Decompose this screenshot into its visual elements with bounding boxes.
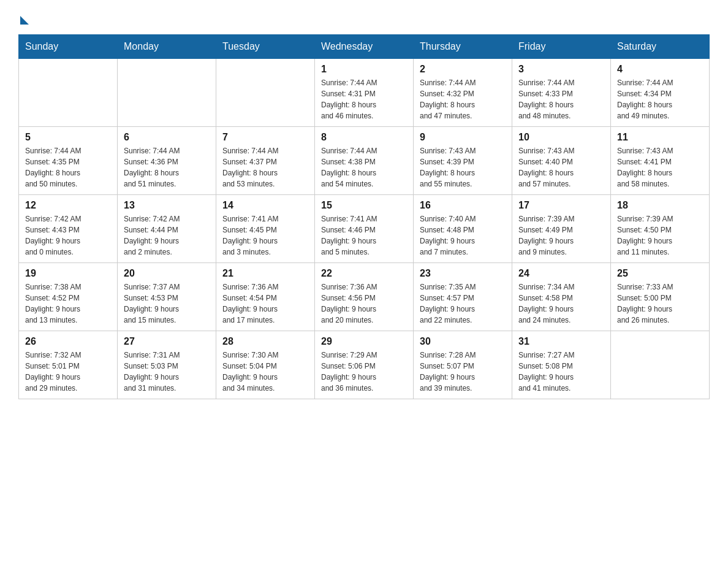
calendar-cell: 13Sunrise: 7:42 AMSunset: 4:44 PMDayligh… (118, 195, 216, 263)
logo-arrow-icon (20, 16, 29, 25)
day-info: Sunrise: 7:28 AMSunset: 5:07 PMDaylight:… (420, 350, 506, 394)
logo (18, 12, 29, 22)
day-number: 16 (420, 200, 506, 211)
day-number: 10 (518, 132, 604, 143)
calendar-cell: 30Sunrise: 7:28 AMSunset: 5:07 PMDayligh… (414, 331, 512, 399)
column-header-tuesday: Tuesday (216, 35, 315, 59)
calendar-cell: 4Sunrise: 7:44 AMSunset: 4:34 PMDaylight… (611, 59, 710, 127)
day-number: 14 (222, 200, 308, 211)
day-number: 13 (124, 200, 210, 211)
day-info: Sunrise: 7:39 AMSunset: 4:49 PMDaylight:… (518, 213, 604, 258)
column-header-monday: Monday (118, 35, 216, 59)
day-number: 30 (420, 336, 506, 347)
column-header-friday: Friday (512, 35, 611, 59)
calendar-cell: 5Sunrise: 7:44 AMSunset: 4:35 PMDaylight… (19, 127, 118, 195)
page-header (18, 12, 710, 22)
calendar-cell: 23Sunrise: 7:35 AMSunset: 4:57 PMDayligh… (414, 263, 512, 331)
calendar-cell: 15Sunrise: 7:41 AMSunset: 4:46 PMDayligh… (315, 195, 414, 263)
calendar-table: SundayMondayTuesdayWednesdayThursdayFrid… (18, 34, 710, 399)
calendar-cell: 16Sunrise: 7:40 AMSunset: 4:48 PMDayligh… (414, 195, 512, 263)
calendar-week-1: 1Sunrise: 7:44 AMSunset: 4:31 PMDaylight… (19, 59, 710, 127)
calendar-week-2: 5Sunrise: 7:44 AMSunset: 4:35 PMDaylight… (19, 127, 710, 195)
day-number: 21 (222, 268, 308, 279)
day-number: 4 (617, 64, 703, 75)
column-header-sunday: Sunday (19, 35, 118, 59)
day-info: Sunrise: 7:42 AMSunset: 4:44 PMDaylight:… (124, 213, 210, 258)
calendar-cell: 19Sunrise: 7:38 AMSunset: 4:52 PMDayligh… (19, 263, 118, 331)
calendar-cell: 9Sunrise: 7:43 AMSunset: 4:39 PMDaylight… (414, 127, 512, 195)
day-info: Sunrise: 7:43 AMSunset: 4:41 PMDaylight:… (617, 145, 703, 190)
day-info: Sunrise: 7:43 AMSunset: 4:39 PMDaylight:… (420, 145, 506, 190)
day-number: 27 (124, 336, 210, 347)
calendar-week-4: 19Sunrise: 7:38 AMSunset: 4:52 PMDayligh… (19, 263, 710, 331)
day-info: Sunrise: 7:34 AMSunset: 4:58 PMDaylight:… (518, 282, 604, 326)
day-info: Sunrise: 7:35 AMSunset: 4:57 PMDaylight:… (420, 282, 506, 326)
calendar-cell: 1Sunrise: 7:44 AMSunset: 4:31 PMDaylight… (315, 59, 414, 127)
calendar-cell: 24Sunrise: 7:34 AMSunset: 4:58 PMDayligh… (512, 263, 611, 331)
calendar-cell: 6Sunrise: 7:44 AMSunset: 4:36 PMDaylight… (118, 127, 216, 195)
day-number: 25 (617, 268, 703, 279)
calendar-week-5: 26Sunrise: 7:32 AMSunset: 5:01 PMDayligh… (19, 331, 710, 399)
day-number: 9 (420, 132, 506, 143)
calendar-cell: 11Sunrise: 7:43 AMSunset: 4:41 PMDayligh… (611, 127, 710, 195)
calendar-cell (118, 59, 216, 127)
day-number: 22 (321, 268, 407, 279)
day-info: Sunrise: 7:41 AMSunset: 4:46 PMDaylight:… (321, 213, 407, 258)
day-number: 2 (420, 64, 506, 75)
day-number: 26 (25, 336, 111, 347)
day-number: 20 (124, 268, 210, 279)
day-info: Sunrise: 7:44 AMSunset: 4:36 PMDaylight:… (124, 145, 210, 190)
calendar-cell: 26Sunrise: 7:32 AMSunset: 5:01 PMDayligh… (19, 331, 118, 399)
calendar-cell: 20Sunrise: 7:37 AMSunset: 4:53 PMDayligh… (118, 263, 216, 331)
calendar-cell: 2Sunrise: 7:44 AMSunset: 4:32 PMDaylight… (414, 59, 512, 127)
day-number: 8 (321, 132, 407, 143)
calendar-cell: 12Sunrise: 7:42 AMSunset: 4:43 PMDayligh… (19, 195, 118, 263)
calendar-cell: 17Sunrise: 7:39 AMSunset: 4:49 PMDayligh… (512, 195, 611, 263)
calendar-cell (19, 59, 118, 127)
calendar-cell: 3Sunrise: 7:44 AMSunset: 4:33 PMDaylight… (512, 59, 611, 127)
day-info: Sunrise: 7:32 AMSunset: 5:01 PMDaylight:… (25, 350, 111, 394)
calendar-cell: 22Sunrise: 7:36 AMSunset: 4:56 PMDayligh… (315, 263, 414, 331)
day-info: Sunrise: 7:44 AMSunset: 4:31 PMDaylight:… (321, 77, 407, 121)
day-number: 28 (222, 336, 308, 347)
day-info: Sunrise: 7:44 AMSunset: 4:33 PMDaylight:… (518, 77, 604, 121)
day-number: 15 (321, 200, 407, 211)
day-number: 5 (25, 132, 111, 143)
calendar-cell: 14Sunrise: 7:41 AMSunset: 4:45 PMDayligh… (216, 195, 315, 263)
day-info: Sunrise: 7:42 AMSunset: 4:43 PMDaylight:… (25, 213, 111, 258)
day-info: Sunrise: 7:44 AMSunset: 4:32 PMDaylight:… (420, 77, 506, 121)
day-number: 19 (25, 268, 111, 279)
calendar-cell (611, 331, 710, 399)
day-number: 31 (518, 336, 604, 347)
calendar-cell: 31Sunrise: 7:27 AMSunset: 5:08 PMDayligh… (512, 331, 611, 399)
day-info: Sunrise: 7:37 AMSunset: 4:53 PMDaylight:… (124, 282, 210, 326)
calendar-cell: 28Sunrise: 7:30 AMSunset: 5:04 PMDayligh… (216, 331, 315, 399)
day-info: Sunrise: 7:39 AMSunset: 4:50 PMDaylight:… (617, 213, 703, 258)
day-info: Sunrise: 7:30 AMSunset: 5:04 PMDaylight:… (222, 350, 308, 394)
calendar-week-3: 12Sunrise: 7:42 AMSunset: 4:43 PMDayligh… (19, 195, 710, 263)
day-info: Sunrise: 7:44 AMSunset: 4:37 PMDaylight:… (222, 145, 308, 190)
calendar-cell: 27Sunrise: 7:31 AMSunset: 5:03 PMDayligh… (118, 331, 216, 399)
day-number: 12 (25, 200, 111, 211)
day-info: Sunrise: 7:40 AMSunset: 4:48 PMDaylight:… (420, 213, 506, 258)
day-info: Sunrise: 7:44 AMSunset: 4:35 PMDaylight:… (25, 145, 111, 190)
day-info: Sunrise: 7:36 AMSunset: 4:56 PMDaylight:… (321, 282, 407, 326)
day-number: 1 (321, 64, 407, 75)
day-number: 6 (124, 132, 210, 143)
calendar-header-row: SundayMondayTuesdayWednesdayThursdayFrid… (19, 35, 710, 59)
day-number: 18 (617, 200, 703, 211)
column-header-saturday: Saturday (611, 35, 710, 59)
day-info: Sunrise: 7:41 AMSunset: 4:45 PMDaylight:… (222, 213, 308, 258)
day-info: Sunrise: 7:27 AMSunset: 5:08 PMDaylight:… (518, 350, 604, 394)
column-header-thursday: Thursday (414, 35, 512, 59)
calendar-cell: 25Sunrise: 7:33 AMSunset: 5:00 PMDayligh… (611, 263, 710, 331)
day-info: Sunrise: 7:43 AMSunset: 4:40 PMDaylight:… (518, 145, 604, 190)
calendar-cell: 8Sunrise: 7:44 AMSunset: 4:38 PMDaylight… (315, 127, 414, 195)
day-info: Sunrise: 7:33 AMSunset: 5:00 PMDaylight:… (617, 282, 703, 326)
column-header-wednesday: Wednesday (315, 35, 414, 59)
calendar-cell: 7Sunrise: 7:44 AMSunset: 4:37 PMDaylight… (216, 127, 315, 195)
day-info: Sunrise: 7:29 AMSunset: 5:06 PMDaylight:… (321, 350, 407, 394)
calendar-cell: 10Sunrise: 7:43 AMSunset: 4:40 PMDayligh… (512, 127, 611, 195)
day-number: 17 (518, 200, 604, 211)
calendar-cell: 29Sunrise: 7:29 AMSunset: 5:06 PMDayligh… (315, 331, 414, 399)
